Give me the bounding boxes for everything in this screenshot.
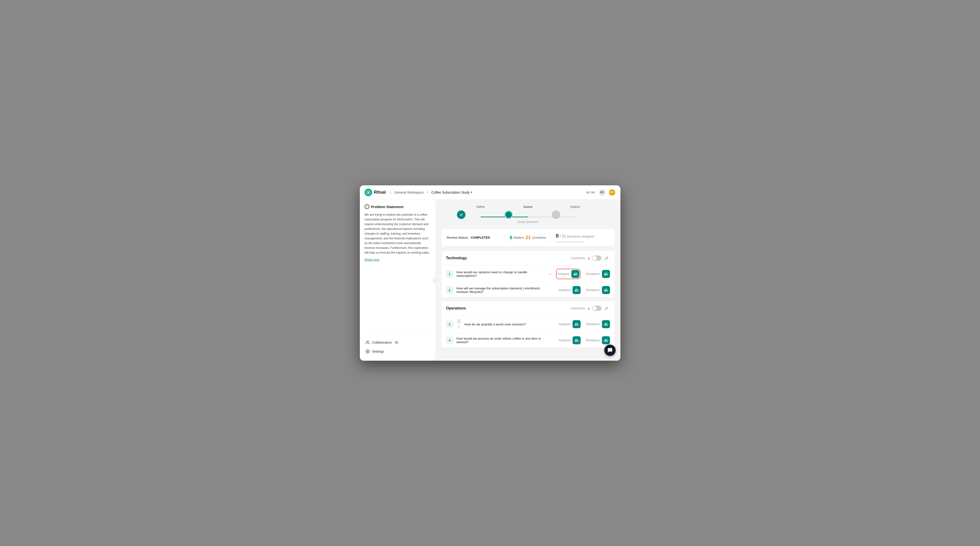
breadcrumb-study[interactable]: Coffee Subscription Study ▾ [431,191,473,194]
question-number-3: 3 [446,321,453,328]
operations-edit-button[interactable] [603,305,610,312]
question-number-4: 4 [446,337,453,344]
review-status-value: COMPLETED [471,236,490,239]
review-status-label: Review Status: [447,236,469,239]
sidebar-item-settings[interactable]: Settings [364,347,431,356]
reviewers-section-2: Reviewers: [586,286,610,294]
breadcrumb-separator-2: / [427,190,428,194]
sidebar: ! Problem Statement We are trying to exp… [360,199,436,361]
assignee-label-4: Assignee: [558,339,571,342]
collaborators-badge: 2 [394,341,399,344]
q-icons-col [457,319,461,330]
step-define: Define [457,205,504,219]
avatar-mv[interactable]: MV [598,189,606,196]
operations-chevron-up[interactable]: ▲ [587,306,590,310]
assignee-button-4[interactable] [573,336,581,344]
operations-section: Operations 4 questions ▲ 3 [441,301,615,348]
assigned-section: 0 / 21 Questions assigned [556,233,609,242]
matters-count: 6 [510,235,512,240]
avatar-sm-active[interactable]: MV [609,189,616,196]
reviewers-section-4: Reviewers: [586,336,610,344]
question-number-2: 2 [446,287,453,294]
main-layout: ! Problem Statement We are trying to exp… [360,199,620,361]
question-text-1: How would our systems need to change to … [457,271,544,277]
step-explore: Explore [552,205,599,219]
settings-icon [366,349,370,353]
assignee-label-3: Assignee: [558,323,571,326]
sidebar-item-collaborators[interactable]: Collaborators 2 [364,338,431,347]
technology-section: Technology 2 questions ▲ 1 How wou [441,251,615,298]
operations-toggle[interactable] [592,306,601,311]
ritual-logo-icon [364,189,372,196]
svg-point-2 [366,341,368,342]
problem-statement-text: We are trying to explore the potential o… [364,212,431,255]
logo-area: Ritual [364,189,386,196]
step-line-2 [528,216,575,217]
reviewers-button-4[interactable] [602,336,610,344]
assignee-label-2: Assignee: [558,288,571,292]
reviewers-label-4: Reviewers: [586,339,600,342]
technology-title: Technology [446,256,570,260]
step-define-label: Define [476,205,485,209]
reviewers-section-3: Reviewers: [586,320,610,328]
chat-fab-button[interactable] [604,345,616,356]
settings-label: Settings [372,350,384,353]
svg-text:+: + [577,273,577,274]
step-source-sublabel: Assign Questions [518,220,538,223]
assigned-current: 0 [556,233,558,239]
breadcrumb-workspace[interactable]: General Workspace [395,191,423,194]
question-text-2: How will we manage the subscription back… [457,287,553,294]
steps-container: Define Source [457,205,599,223]
question-number-1: 1 [446,271,453,277]
problem-icon: ! [364,204,369,209]
share-icon [457,325,461,330]
review-status-section: Review Status: COMPLETED [447,236,500,239]
step-source: Source Assign Questions [504,205,552,223]
question-text-3: How do we quantify a worst case scenario… [465,323,553,326]
progress-bar-area: Define Source [441,205,615,223]
header: Ritual / General Workspace / Coffee Subs… [360,185,620,199]
reviewers-section-1: Reviewers: [586,270,610,278]
assigned-label: Questions assigned [567,235,594,238]
operations-title: Operations [446,306,570,310]
status-divider-1 [505,233,505,242]
operations-header: Operations 4 questions ▲ [441,301,615,316]
problem-statement-title: Problem Statement [371,205,404,209]
technology-toggle[interactable] [592,255,601,261]
problem-statement-header: ! Problem Statement [364,204,431,209]
svg-point-1 [368,192,369,193]
step-source-label: Source [523,205,532,209]
sidebar-collapse-button[interactable] [432,277,436,283]
question-text-4: How would we process an order where coff… [457,337,553,344]
step-line-1 [480,216,528,217]
question-row-3: 3 How [441,316,615,333]
assignee-label-1: Assignee: [557,272,570,275]
assignee-section-3: Assignee: [558,320,581,328]
question-row-4: 4 How would we process an order where co… [441,333,615,348]
assignee-section-4: Assignee: [558,336,581,344]
collaborators-label: Collaborators [372,341,392,344]
collaborators-icon [366,340,370,345]
assignee-button-1[interactable]: + [571,270,579,278]
reviewers-label-1: Reviewers: [586,272,600,275]
step-explore-circle [552,210,560,219]
technology-edit-button[interactable] [603,255,610,261]
technology-questions-count: 2 questions [570,256,585,260]
reviewers-button-2[interactable] [602,286,610,294]
step-explore-label: Explore [570,205,580,209]
technology-chevron-up[interactable]: ▲ [587,256,590,260]
question-row-2: 2 How will we manage the subscription ba… [441,283,615,298]
operations-questions-count: 4 questions [570,307,585,310]
reviewers-button-3[interactable] [602,320,610,328]
assignee-highlighted-1: Assignee: + [556,269,581,279]
show-less-link[interactable]: Show Less [364,258,431,261]
document-icon [457,319,461,324]
assigned-progress-bar [556,242,584,242]
main-content: Define Source [436,199,620,361]
step-source-circle [504,210,513,219]
assignee-section-2: Assignee: [558,286,581,294]
matters-section: 6 Matters 21 Questions [510,235,546,240]
reviewers-button-1[interactable] [602,270,610,278]
assignee-button-3[interactable] [573,320,581,328]
assignee-button-2[interactable] [573,286,581,294]
